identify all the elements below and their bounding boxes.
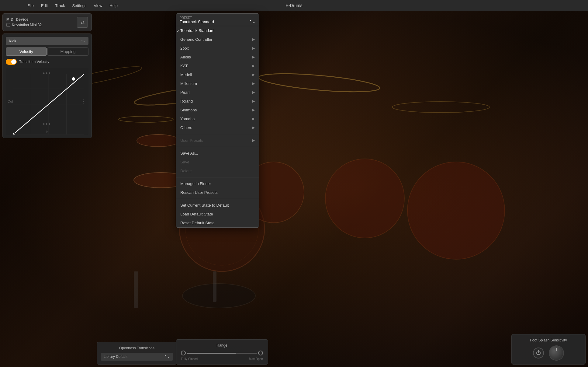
tab-velocity[interactable]: Velocity	[6, 47, 47, 56]
dropdown-item-medeli[interactable]: Medeli ▶	[176, 70, 259, 79]
dropdown-item-yamaha-label: Yamaha	[180, 117, 195, 121]
kick-selector-arrow: ⌃⌄	[81, 39, 85, 43]
dropdown-item-user-presets-arrow: ▶	[252, 138, 255, 142]
velocity-panel: Kick ⌃⌄ Velocity Mapping Transform Veloc…	[2, 33, 92, 138]
foot-splash-knob[interactable]	[549, 345, 564, 361]
midi-device-left: MIDI Device Keystation Mini 32	[6, 17, 42, 27]
dropdown-header-value: Toontrack Standard ⌃⌄	[180, 19, 255, 24]
dropdown-item-others[interactable]: Others ▶	[176, 123, 259, 132]
svg-point-28	[72, 77, 75, 81]
foot-splash-panel: Foot Splash Sensitivity ⏻	[511, 334, 586, 365]
dropdown-item-user-presets: User Presets ▶	[176, 136, 259, 145]
menu-settings[interactable]: Settings	[69, 2, 89, 9]
dropdown-divider-3	[176, 177, 259, 177]
foot-splash-power-button[interactable]: ⏻	[533, 348, 544, 358]
range-handle-left[interactable]	[181, 351, 186, 355]
menu-track[interactable]: Track	[52, 2, 68, 9]
dropdown-item-kat[interactable]: KAT ▶	[176, 61, 259, 70]
dropdown-item-save-as[interactable]: Save As...	[176, 149, 259, 158]
tab-mapping[interactable]: Mapping	[47, 47, 88, 56]
dropdown-header: Preset Toontrack Standard ⌃⌄	[176, 14, 259, 26]
graph-dots-bottom: •••	[43, 121, 51, 128]
transform-row: Transform Velocity	[6, 59, 88, 65]
transform-velocity-toggle[interactable]	[6, 59, 17, 65]
dropdown-item-millenium[interactable]: Millenium ▶	[176, 79, 259, 88]
app-title: E-Drums	[285, 3, 302, 8]
range-label-right: Max Open	[249, 357, 263, 361]
dropdown-item-reset-default[interactable]: Reset Default State	[176, 218, 259, 227]
dropdown-item-rescan[interactable]: Rescan User Presets	[176, 188, 259, 197]
dropdown-item-pearl-label: Pearl	[180, 90, 189, 95]
dropdown-item-others-label: Others	[180, 125, 192, 130]
dropdown-item-pearl-arrow: ▶	[252, 90, 255, 94]
midi-checkbox-row: Keystation Mini 32	[6, 23, 42, 27]
range-track-fill	[187, 353, 236, 354]
foot-splash-controls: ⏻	[517, 345, 580, 361]
range-slider-row	[181, 351, 263, 355]
dropdown-item-yamaha[interactable]: Yamaha ▶	[176, 114, 259, 123]
dropdown-item-yamaha-arrow: ▶	[252, 117, 255, 121]
dropdown-item-simmons-label: Simmons	[180, 108, 197, 112]
foot-splash-container: Foot Splash Sensitivity ⏻	[509, 332, 588, 367]
openness-title: Openness Transitions	[101, 346, 173, 350]
dropdown-item-load-default[interactable]: Load Default State	[176, 210, 259, 218]
range-label-left: Fully Closed	[181, 357, 198, 361]
dropdown-item-pearl[interactable]: Pearl ▶	[176, 88, 259, 97]
range-track	[187, 353, 257, 354]
tab-row: Velocity Mapping	[6, 47, 88, 56]
dropdown-divider-1	[176, 134, 259, 134]
midi-device-name: Keystation Mini 32	[12, 23, 42, 27]
dropdown-item-roland[interactable]: Roland ▶	[176, 97, 259, 106]
dropdown-header-current: Toontrack Standard	[180, 19, 214, 24]
dropdown-header-label: Preset	[180, 16, 255, 19]
dropdown-item-simmons-arrow: ▶	[252, 108, 255, 112]
menu-view[interactable]: View	[91, 2, 105, 9]
menu-edit[interactable]: Edit	[38, 2, 51, 9]
dropdown-item-alesis-arrow: ▶	[252, 55, 255, 59]
dropdown-item-generic-controller-label: Generic Controller	[180, 37, 213, 42]
dropdown-item-2box-label: 2box	[180, 46, 189, 51]
kick-selector[interactable]: Kick ⌃⌄	[6, 37, 88, 45]
openness-select-arrow: ⌃⌄	[164, 355, 170, 359]
dropdown-item-medeli-arrow: ▶	[252, 73, 255, 77]
dropdown-item-alesis[interactable]: Alesis ▶	[176, 53, 259, 61]
dropdown-item-set-default[interactable]: Set Current State to Default	[176, 201, 259, 210]
dropdown-item-generic-controller-arrow: ▶	[252, 37, 255, 41]
dropdown-item-millenium-arrow: ▶	[252, 82, 255, 86]
dropdown-item-delete: Delete	[176, 166, 259, 175]
left-panel: MIDI Device Keystation Mini 32 ⇄ Kick ⌃⌄…	[0, 11, 94, 141]
openness-select[interactable]: Library Default ⌃⌄	[101, 353, 173, 361]
range-title: Range	[181, 343, 263, 348]
dropdown-item-alesis-label: Alesis	[180, 55, 191, 59]
dropdown-item-simmons[interactable]: Simmons ▶	[176, 106, 259, 114]
menubar-items: File Edit Track Settings View Help	[0, 2, 121, 9]
midi-swap-button[interactable]: ⇄	[77, 17, 88, 28]
openness-panel: Openness Transitions Library Default ⌃⌄	[97, 342, 177, 365]
range-panel-container: Range Fully Closed Max Open	[173, 337, 271, 367]
dropdown-item-2box[interactable]: 2box ▶	[176, 44, 259, 53]
midi-device-panel: MIDI Device Keystation Mini 32 ⇄	[2, 13, 92, 31]
dropdown-item-toontrack-standard[interactable]: Toontrack Standard	[176, 26, 259, 35]
midi-device-checkbox[interactable]	[6, 23, 10, 27]
dropdown-divider-2	[176, 147, 259, 147]
dropdown-item-kat-label: KAT	[180, 64, 188, 68]
dropdown-item-2box-arrow: ▶	[252, 46, 255, 50]
foot-splash-title: Foot Splash Sensitivity	[517, 338, 580, 342]
menu-help[interactable]: Help	[106, 2, 121, 9]
openness-panel-container: Openness Transitions Library Default ⌃⌄	[94, 340, 179, 367]
velocity-graph: ••• Out ⋮ •••	[6, 68, 88, 135]
menu-file[interactable]: File	[24, 2, 37, 9]
dropdown-item-others-arrow: ▶	[252, 126, 255, 130]
dropdown-item-millenium-label: Millenium	[180, 81, 197, 86]
range-handle-right[interactable]	[258, 351, 263, 355]
dropdown-item-manage-finder[interactable]: Manage in Finder	[176, 179, 259, 188]
range-panel: Range Fully Closed Max Open	[176, 339, 268, 365]
openness-select-value: Library Default	[104, 355, 127, 359]
dropdown-divider-4	[176, 199, 259, 199]
dropdown-item-generic-controller[interactable]: Generic Controller ▶	[176, 35, 259, 44]
dropdown-item-save: Save	[176, 158, 259, 166]
dropdown-header-arrows: ⌃⌄	[249, 19, 255, 24]
kick-selector-value: Kick	[9, 39, 16, 43]
midi-device-label: MIDI Device	[6, 17, 42, 22]
dropdown-item-kat-arrow: ▶	[252, 64, 255, 68]
